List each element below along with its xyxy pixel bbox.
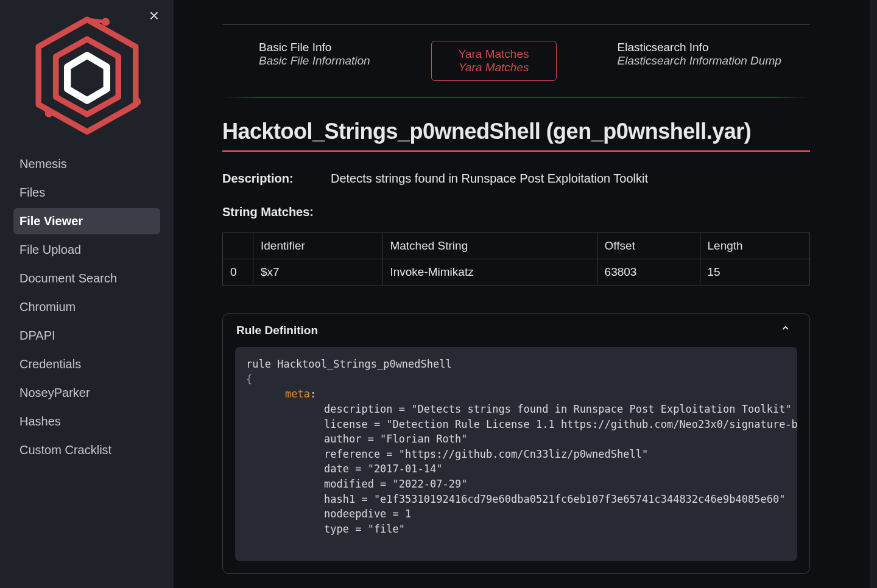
svg-line-6 <box>87 19 105 22</box>
rule-definition-body: rule Hacktool_Strings_p0wnedShell { meta… <box>223 347 809 573</box>
sidebar-item-custom-cracklist[interactable]: Custom Cracklist <box>13 437 160 463</box>
cell-length: 15 <box>700 259 809 285</box>
table-header-identifier: Identifier <box>253 233 382 259</box>
scrollbar-track[interactable] <box>870 0 877 588</box>
chevron-up-icon: ⌄ <box>780 323 791 338</box>
app-logo <box>0 2 174 149</box>
table-header-offset: Offset <box>597 233 700 259</box>
tab-yara-matches[interactable]: Yara Matches Yara Matches <box>431 41 557 81</box>
rule-definition-title: Rule Definition <box>236 324 318 337</box>
sidebar-item-files[interactable]: Files <box>13 180 160 206</box>
string-matches-table: Identifier Matched String Offset Length … <box>222 233 810 285</box>
sidebar-item-file-upload[interactable]: File Upload <box>13 237 160 263</box>
sidebar-item-document-search[interactable]: Document Search <box>13 265 160 292</box>
sidebar-item-noseyparker[interactable]: NoseyParker <box>13 380 160 406</box>
svg-marker-2 <box>67 55 107 100</box>
table-header-matched-string: Matched String <box>382 233 597 259</box>
tab-title: Basic File Info <box>259 41 370 54</box>
sidebar-item-chromium[interactable]: Chromium <box>13 294 160 320</box>
description-label: Description: <box>222 172 301 186</box>
table-row: 0 $x7 Invoke-Mimikatz 63803 15 <box>223 259 810 285</box>
rule-definition-card: Rule Definition ⌄ rule Hacktool_Strings_… <box>222 313 810 574</box>
string-matches-label: String Matches: <box>222 205 810 219</box>
sidebar: × Nemesis Files File Viewer File Upload … <box>0 0 174 588</box>
cell-matched-string: Invoke-Mimikatz <box>382 259 597 285</box>
table-header-blank <box>223 233 253 259</box>
main-content: Basic File Info Basic File Information Y… <box>174 0 877 588</box>
tab-subtitle: Basic File Information <box>259 54 370 68</box>
cell-offset: 63803 <box>597 259 700 285</box>
tab-basic-file-info[interactable]: Basic File Info Basic File Information <box>259 41 370 81</box>
sidebar-item-credentials[interactable]: Credentials <box>13 351 160 377</box>
rule-definition-toggle[interactable]: Rule Definition ⌄ <box>223 314 809 347</box>
sidebar-item-file-viewer[interactable]: File Viewer <box>13 208 160 234</box>
description-row: Description: Detects strings found in Ru… <box>222 172 810 186</box>
close-icon[interactable]: × <box>149 7 159 24</box>
sidebar-item-dpapi[interactable]: DPAPI <box>13 323 160 349</box>
tab-title: Elasticsearch Info <box>618 41 781 54</box>
tab-subtitle: Yara Matches <box>459 61 529 74</box>
tabs-underline <box>222 97 810 98</box>
tab-elasticsearch-info[interactable]: Elasticsearch Info Elasticsearch Informa… <box>618 41 781 81</box>
page-title: Hacktool_Strings_p0wnedShell (gen_p0wnsh… <box>222 119 810 144</box>
rule-code-block: rule Hacktool_Strings_p0wnedShell { meta… <box>235 347 797 561</box>
table-header-length: Length <box>700 233 809 259</box>
cell-identifier: $x7 <box>253 259 382 285</box>
title-underline <box>222 150 810 152</box>
table-header-row: Identifier Matched String Offset Length <box>223 233 810 259</box>
sidebar-item-nemesis[interactable]: Nemesis <box>13 151 160 177</box>
tab-title: Yara Matches <box>459 47 529 61</box>
description-value: Detects strings found in Runspace Post E… <box>331 172 648 186</box>
svg-point-4 <box>44 109 52 117</box>
tab-subtitle: Elasticsearch Information Dump <box>618 54 781 68</box>
tabs-row: Basic File Info Basic File Information Y… <box>222 25 810 97</box>
sidebar-nav: Nemesis Files File Viewer File Upload Do… <box>0 149 174 463</box>
cell-index: 0 <box>223 259 253 285</box>
sidebar-item-hashes[interactable]: Hashes <box>13 408 160 435</box>
